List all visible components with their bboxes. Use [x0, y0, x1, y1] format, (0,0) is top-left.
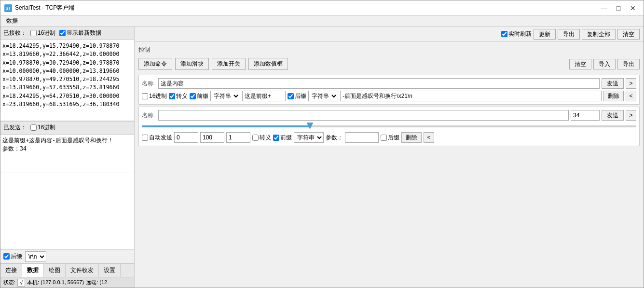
slider-send-button-0[interactable]: 发送: [602, 110, 624, 121]
cmd-prefix-label-0[interactable]: 前缀: [190, 92, 208, 100]
update-button[interactable]: 更新: [534, 29, 556, 40]
realtime-checkbox[interactable]: [501, 31, 507, 37]
cmd-prefix-type-0[interactable]: 字符串: [210, 91, 240, 101]
slider-prefix-type-0[interactable]: 字符串: [294, 132, 324, 143]
close-button[interactable]: ✕: [626, 3, 640, 13]
send-label: 已发送：: [3, 123, 27, 132]
export-button[interactable]: 导出: [558, 29, 580, 40]
send-area: 这是前缀+这是内容-后面是感叹号和换行！ 参数：34: [0, 135, 134, 173]
add-numbox-button[interactable]: 添加数值框: [248, 58, 288, 70]
cmd-send-button-0[interactable]: 发送: [602, 78, 624, 89]
recv-content: x=18.244295,y=15.729490,z=10.978870 x=13…: [2, 42, 132, 109]
slider-min-input-0[interactable]: [174, 132, 198, 143]
slider-track: [142, 125, 636, 127]
slider-escape-checkbox-0[interactable]: [252, 135, 259, 141]
maximize-button[interactable]: □: [612, 3, 625, 13]
control-header: 控制: [138, 46, 640, 55]
tab-connect[interactable]: 连接: [0, 264, 22, 277]
cmd-escape-label-0[interactable]: 转义: [169, 92, 188, 100]
cmd-prefix-checkbox-0[interactable]: [190, 93, 196, 99]
slider-name-input-0[interactable]: [158, 110, 569, 121]
send-hex-checkbox[interactable]: [30, 124, 37, 131]
slider-delete-button-0[interactable]: 删除: [401, 132, 422, 143]
slider-max-input-0[interactable]: [200, 132, 224, 143]
recv-hex-checkbox-label[interactable]: 16进制: [30, 29, 55, 37]
tab-settings[interactable]: 设置: [99, 264, 121, 277]
status-local: 本机: (127.0.0.1, 56667): [27, 279, 84, 286]
status-bar: 状态: √ 本机: (127.0.0.1, 56667) 远端: (12: [0, 277, 134, 288]
cmd-hex-label-0[interactable]: 16进制: [142, 92, 167, 100]
window-title: SerialTest - TCP客户端: [15, 4, 597, 12]
suffix-checkbox-label[interactable]: 后缀: [3, 252, 22, 261]
slider-suffix-checkbox-0[interactable]: [381, 135, 387, 141]
slider-row-0: 名称 发送 >: [138, 107, 640, 146]
cmd-suffix-checkbox-label-0[interactable]: 后缀: [288, 92, 306, 100]
cmd-arrow-button-0[interactable]: >: [626, 78, 636, 89]
realtime-checkbox-label[interactable]: 实时刷新: [501, 30, 532, 38]
cmd-name-input-0[interactable]: [158, 78, 600, 89]
recv-show-latest-checkbox[interactable]: [59, 30, 66, 36]
status-state: √: [17, 279, 25, 287]
slider-step-input-0[interactable]: [226, 132, 250, 143]
minimize-button[interactable]: —: [597, 3, 611, 13]
recv-show-latest-label[interactable]: 显示最新数据: [59, 29, 101, 37]
add-command-button[interactable]: 添加命令: [138, 58, 172, 70]
right-panel: 实时刷新 更新 导出 复制全部 清空 控制 添加命令 添加滑块 添加开关 添加数…: [135, 27, 644, 288]
add-slider-button[interactable]: 添加滑块: [175, 58, 209, 70]
send-content: 这是前缀+这是内容-后面是感叹号和换行！ 参数：34: [2, 137, 132, 153]
main-window: ST SerialTest - TCP客户端 — □ ✕ 数据 已接收： 16进…: [0, 0, 644, 288]
slider-param-input-0[interactable]: [345, 132, 379, 143]
cmd-suffix-value-0[interactable]: [340, 91, 602, 101]
cmd-suffix-checkbox-0[interactable]: [288, 93, 294, 99]
slider-arrow2-button-0[interactable]: <: [424, 132, 434, 143]
slider-name-label-0: 名称: [142, 111, 156, 120]
slider-auto-send-checkbox-0[interactable]: [142, 135, 148, 141]
command-row-0: 名称 发送 > 16进制 转义: [138, 75, 640, 105]
slider-suffix-label-0[interactable]: 后缀: [381, 134, 399, 142]
clear-button[interactable]: 清空: [617, 29, 640, 40]
left-panel: 已接收： 16进制 显示最新数据 x=18.244295,y=15.729490…: [0, 27, 135, 288]
right-action-btns: 清空 导入 导出: [569, 59, 640, 69]
control-section: 控制 添加命令 添加滑块 添加开关 添加数值框 清空 导入 导出: [135, 42, 644, 288]
status-label: 状态:: [3, 279, 15, 286]
copy-all-button[interactable]: 复制全部: [582, 29, 616, 40]
menu-item-data[interactable]: 数据: [2, 16, 22, 26]
cmd-hex-checkbox-0[interactable]: [142, 93, 148, 99]
tab-file[interactable]: 文件收发: [66, 264, 99, 277]
cmd-prefix-value-0[interactable]: [242, 91, 286, 101]
cmd-delete-button-0[interactable]: 删除: [603, 91, 624, 101]
control-export-button[interactable]: 导出: [617, 59, 640, 69]
slider-value-input-0[interactable]: [571, 110, 600, 121]
cmd-escape-checkbox-0[interactable]: [169, 93, 175, 99]
suffix-dropdown[interactable]: \r\n: [25, 251, 46, 262]
app-icon: ST: [4, 4, 12, 12]
cmd-suffix-type-0[interactable]: 字符串: [308, 91, 338, 101]
slider-escape-label-0[interactable]: 转义: [252, 134, 271, 142]
tab-plot[interactable]: 绘图: [44, 264, 66, 277]
cmd-row1-0: 名称 发送 >: [142, 78, 636, 89]
window-controls: — □ ✕: [597, 3, 640, 13]
cmd-arrow2-button-0[interactable]: <: [626, 91, 636, 101]
suffix-area: 后缀 \r\n: [0, 250, 134, 263]
slider-prefix-label-0[interactable]: 前缀: [273, 134, 292, 142]
recv-hex-checkbox[interactable]: [30, 30, 37, 36]
add-switch-button[interactable]: 添加开关: [212, 58, 246, 70]
cmd-name-label-0: 名称: [142, 80, 156, 88]
slider-prefix-checkbox-0[interactable]: [273, 135, 279, 141]
control-clear-button[interactable]: 清空: [569, 59, 591, 69]
suffix-checkbox[interactable]: [3, 253, 10, 260]
slider-arrow-button-0[interactable]: >: [626, 110, 636, 121]
slider-track-row: [142, 123, 636, 130]
slider-row2-0: 自动发送 转义 前缀: [142, 132, 636, 143]
menu-bar: 数据: [0, 16, 644, 27]
send-hex-checkbox-label[interactable]: 16进制: [30, 123, 55, 132]
title-bar: ST SerialTest - TCP客户端 — □ ✕: [0, 0, 644, 16]
status-remote: 远端: (12: [86, 279, 107, 286]
bottom-tabs: 连接 数据 绘图 文件收发 设置: [0, 263, 134, 277]
slider-param-label-0: 参数：: [326, 134, 343, 142]
tab-data[interactable]: 数据: [22, 264, 44, 277]
slider-auto-send-label-0[interactable]: 自动发送: [142, 134, 172, 142]
control-import-button[interactable]: 导入: [593, 59, 616, 69]
send-middle-space: [0, 173, 134, 250]
slider-row1-0: 名称 发送 >: [142, 110, 636, 121]
